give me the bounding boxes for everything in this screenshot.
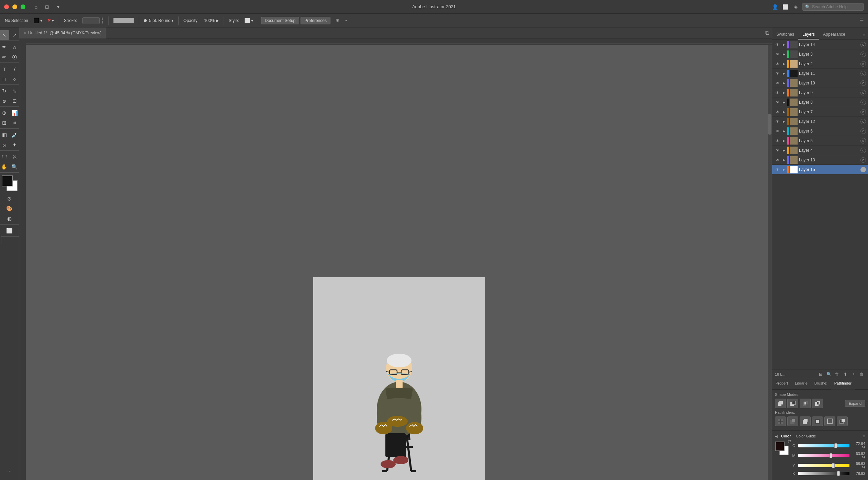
expand-button[interactable]: Expand <box>845 400 865 407</box>
layer-lock[interactable]: ○ <box>860 157 866 163</box>
layer-expand-arrow[interactable]: ▶ <box>782 71 786 76</box>
layer-row[interactable]: 👁 ▶ Layer 4 ○ <box>772 146 868 155</box>
layer-row[interactable]: 👁 ▶ Layer 3 ○ <box>772 49 868 59</box>
layer-lock[interactable]: ○ <box>860 109 866 115</box>
lasso-tool[interactable]: ⌾ <box>10 42 20 52</box>
unite-btn[interactable] <box>775 399 786 408</box>
find-icon[interactable]: 🔍 <box>825 371 832 378</box>
warp-tool[interactable]: ⌀ <box>0 96 9 106</box>
ellipse-tool[interactable]: ○ <box>10 74 20 84</box>
new-layer-icon[interactable]: + <box>850 371 857 378</box>
layer-row[interactable]: 👁 ▶ Layer 14 ○ <box>772 40 868 49</box>
minus-front-btn[interactable] <box>787 399 798 408</box>
discover-icon[interactable]: ◈ <box>792 3 799 11</box>
search-bar[interactable]: 🔍 Search Adobe Help <box>802 3 864 11</box>
layer-expand-arrow[interactable]: ▶ <box>782 148 786 152</box>
stroke-indicator[interactable]: ✖ ▾ <box>46 18 56 24</box>
layer-eye-icon[interactable]: 👁 <box>774 118 780 125</box>
foreground-swatch[interactable] <box>2 175 13 186</box>
layer-eye-icon[interactable]: 👁 <box>774 80 780 86</box>
opacity-value[interactable]: 100% ▶ <box>202 18 221 24</box>
c-slider[interactable] <box>798 444 849 447</box>
minimize-button[interactable] <box>12 4 17 9</box>
direct-selection-tool[interactable]: ↗ <box>10 30 20 40</box>
layer-lock[interactable]: ○ <box>860 42 866 47</box>
layer-lock[interactable]: ○ <box>860 100 866 105</box>
stroke-value-input[interactable] <box>82 17 100 24</box>
new-window-icon[interactable]: ⧉ <box>763 30 772 36</box>
color-tab[interactable]: Color <box>780 433 792 439</box>
color-guide-tab[interactable]: Color Guide <box>794 433 818 439</box>
arrange-icon-1[interactable]: ⊞ <box>334 17 341 24</box>
layer-expand-arrow[interactable]: ▶ <box>782 62 786 66</box>
rotate-tool[interactable]: ↻ <box>0 86 9 96</box>
scale-tool[interactable]: ⤡ <box>10 86 20 96</box>
layer-row[interactable]: 👁 ▶ Layer 9 ○ <box>772 88 868 98</box>
eyedropper-tool[interactable]: 💉 <box>10 130 20 140</box>
symbol-sprayer[interactable]: ✦ <box>10 140 20 150</box>
c-handle[interactable] <box>834 443 837 448</box>
layer-lock[interactable]: ○ <box>860 71 866 76</box>
minus-back-btn[interactable] <box>837 416 848 426</box>
panel-menu-icon[interactable]: ≡ <box>860 31 868 39</box>
layer-expand-arrow[interactable]: ▶ <box>782 43 786 47</box>
layer-lock[interactable]: ○ <box>860 128 866 134</box>
layer-row[interactable]: 👁 ▶ Layer 8 ○ <box>772 98 868 107</box>
merge-btn[interactable] <box>800 416 811 426</box>
layer-expand-arrow[interactable]: ▶ <box>782 119 786 124</box>
color-panel-menu[interactable]: ≡ <box>863 434 865 438</box>
pen-tool[interactable]: ✒ <box>0 42 9 52</box>
tab-pathfinder[interactable]: Pathfinder <box>831 379 855 389</box>
layer-eye-icon[interactable]: 👁 <box>774 70 780 77</box>
m-handle[interactable] <box>830 453 832 458</box>
m-slider[interactable] <box>798 454 849 457</box>
layer-eye-icon[interactable]: 👁 <box>774 157 780 163</box>
divide-btn[interactable] <box>775 416 786 426</box>
layer-expand-arrow[interactable]: ▶ <box>782 129 786 133</box>
shape-builder-tool[interactable]: ⊕ <box>0 108 9 118</box>
layer-expand-arrow[interactable]: ▶ <box>782 168 786 172</box>
front-color-swatch[interactable] <box>775 442 785 451</box>
layer-eye-icon[interactable]: 👁 <box>774 128 780 134</box>
layer-row[interactable]: 👁 ▶ Layer 12 ○ <box>772 117 868 126</box>
more-tools-btn[interactable]: ··· <box>5 466 14 475</box>
crop-btn[interactable] <box>812 416 823 426</box>
line-tool[interactable]: / <box>10 64 20 74</box>
maximize-button[interactable] <box>21 4 25 9</box>
mesh-tool[interactable]: ⌗ <box>10 118 20 128</box>
layer-eye-icon[interactable]: 👁 <box>774 90 780 96</box>
stroke-value-box[interactable]: ⬆⬇ <box>80 16 105 25</box>
zoom-tool[interactable]: 🔍 <box>10 162 20 172</box>
layer-lock[interactable]: ○ <box>860 61 866 67</box>
chart-tool[interactable]: 📊 <box>10 108 20 118</box>
layer-lock[interactable]: ○ <box>860 148 866 153</box>
window-layout-icon[interactable]: ⬜ <box>781 3 789 11</box>
collapse-color-icon[interactable]: ◀ <box>775 434 778 438</box>
close-button[interactable] <box>4 4 9 9</box>
color-mode[interactable]: 🎨 <box>5 204 14 214</box>
tab-brushes[interactable]: Brushe: <box>811 379 831 389</box>
layer-lock-active[interactable] <box>860 167 866 172</box>
trim-btn[interactable] <box>787 416 798 426</box>
layer-expand-arrow[interactable]: ▶ <box>782 91 786 95</box>
layer-row[interactable]: 👁 ▶ Layer 11 ○ <box>772 69 868 78</box>
layer-expand-arrow[interactable]: ▶ <box>782 81 786 85</box>
swap-colors-icon[interactable]: ⇄ <box>788 439 791 444</box>
tab-libraries[interactable]: Librarie <box>791 379 811 389</box>
pencil-tool[interactable]: ✏ <box>0 52 9 62</box>
workspace-icon[interactable]: ⊞ <box>43 3 51 11</box>
workspace-arrow-icon[interactable]: ▾ <box>54 3 62 11</box>
three-lines-icon[interactable]: ☰ <box>858 17 865 24</box>
move-to-layer-icon[interactable]: ⬆ <box>842 371 849 378</box>
layer-row-active[interactable]: 👁 ▶ Layer 15 <box>772 165 868 174</box>
user-icon[interactable]: 👤 <box>771 3 779 11</box>
layer-eye-icon[interactable]: 👁 <box>774 109 780 115</box>
y-slider[interactable] <box>798 464 849 467</box>
layer-eye-icon[interactable]: 👁 <box>774 42 780 48</box>
k-slider[interactable] <box>798 472 849 475</box>
layer-expand-arrow[interactable]: ▶ <box>782 100 786 104</box>
layer-eye-icon[interactable]: 👁 <box>774 167 780 173</box>
panel-collapse-handle[interactable]: ‹ <box>0 236 1 244</box>
tab-close-icon[interactable]: × <box>23 30 26 36</box>
preferences-button[interactable]: Preferences <box>301 17 330 24</box>
